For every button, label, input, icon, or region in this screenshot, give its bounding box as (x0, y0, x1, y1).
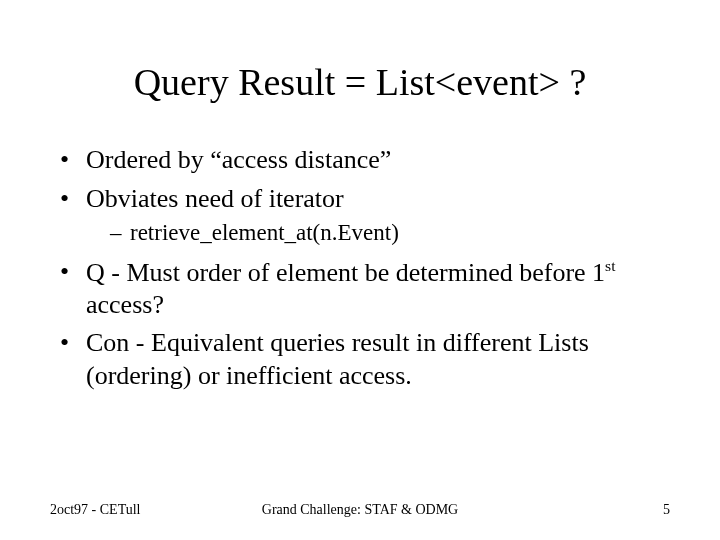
bullet-text-pre: Q - Must order of element be determined … (86, 257, 605, 286)
footer-page-number: 5 (663, 502, 670, 518)
bullet-item: Q - Must order of element be determined … (60, 256, 670, 322)
sub-bullet-item: retrieve_element_at(n.Event) (110, 219, 670, 248)
bullet-item: Obviates need of iterator retrieve_eleme… (60, 183, 670, 248)
bullet-item: Con - Equivalent queries result in diffe… (60, 327, 670, 392)
slide-footer: 2oct97 - CETull Grand Challenge: STAF & … (50, 502, 670, 518)
footer-left: 2oct97 - CETull (50, 502, 141, 518)
footer-center: Grand Challenge: STAF & ODMG (50, 502, 670, 518)
sub-bullet-list: retrieve_element_at(n.Event) (86, 219, 670, 248)
slide: Query Result = List<event> ? Ordered by … (0, 0, 720, 540)
bullet-text-post: access? (86, 290, 164, 319)
bullet-item: Ordered by “access distance” (60, 144, 670, 177)
bullet-text: Obviates need of iterator (86, 184, 344, 213)
slide-title: Query Result = List<event> ? (50, 60, 670, 104)
sub-bullet-text: retrieve_element_at(n.Event) (130, 220, 399, 245)
bullet-list: Ordered by “access distance” Obviates ne… (60, 144, 670, 392)
bullet-text: Ordered by “access distance” (86, 145, 391, 174)
bullet-superscript: st (605, 257, 615, 274)
bullet-text: Con - Equivalent queries result in diffe… (86, 328, 589, 390)
